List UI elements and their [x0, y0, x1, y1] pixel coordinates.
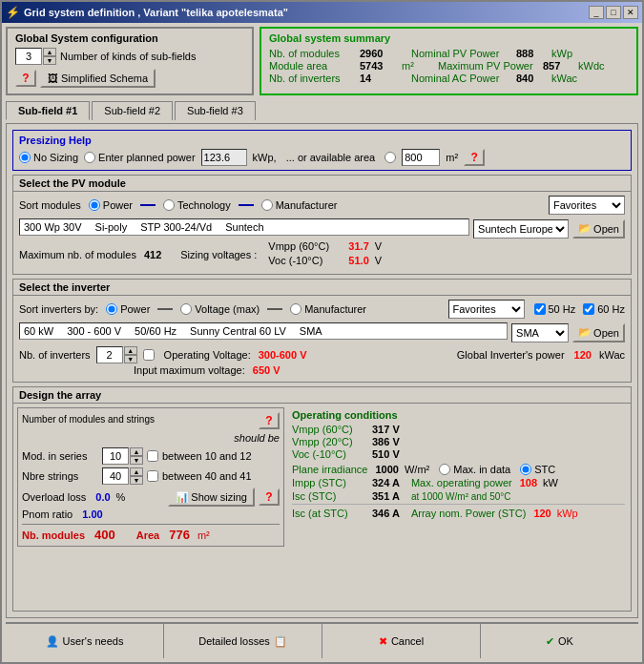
- presizing-radio-row: No Sizing Enter planned power 123.6 kWp,…: [19, 149, 625, 166]
- enter-power-radio-label[interactable]: Enter planned power: [84, 152, 196, 163]
- freq-60-label[interactable]: 60 Hz: [583, 303, 625, 315]
- enter-power-radio[interactable]: [84, 152, 95, 163]
- max-in-data-radio[interactable]: [439, 464, 450, 475]
- users-needs-button[interactable]: 👤 User's needs: [6, 624, 164, 658]
- nbre-strings-range: between 40 and 41: [162, 470, 252, 482]
- nbre-strings-up[interactable]: ▲: [130, 467, 143, 476]
- no-sizing-radio-label[interactable]: No Sizing: [19, 152, 78, 163]
- minimize-button[interactable]: _: [589, 6, 604, 19]
- area-radio-label[interactable]: [384, 152, 396, 163]
- subfields-spinner[interactable]: 3 ▲ ▼: [15, 48, 56, 65]
- pv-module-header: Select the PV module: [13, 176, 631, 192]
- global-inv-power-unit: kWac: [599, 349, 625, 361]
- overload-loss-label: Overload loss: [22, 491, 86, 503]
- detailed-losses-button[interactable]: Detailed losses 📋: [164, 624, 322, 658]
- sort-inverters-label: Sort inverters by:: [19, 303, 98, 315]
- tab-subfield-2[interactable]: Sub-field #2: [92, 101, 173, 120]
- global-inv-power-value: 120: [574, 349, 592, 361]
- vmpp60-row: Vmpp (60°C) 317 V: [292, 424, 625, 435]
- nb-inv-input[interactable]: 2: [96, 346, 123, 363]
- module-region-dropdown[interactable]: Suntech Europe: [473, 219, 569, 239]
- pv-open-button[interactable]: 📂 Open: [572, 219, 625, 239]
- mod-series-up[interactable]: ▲: [130, 447, 143, 456]
- ok-icon: ✔: [546, 635, 554, 648]
- pnom-value: 1.00: [82, 508, 102, 520]
- area-radio[interactable]: [384, 152, 396, 163]
- nbre-strings-down[interactable]: ▼: [130, 476, 143, 485]
- stc-radio-label[interactable]: STC: [520, 464, 555, 475]
- impp-value: 324 A: [372, 477, 400, 488]
- nb-inv-down-arrow[interactable]: ▼: [124, 355, 137, 363]
- maximize-button[interactable]: □: [606, 6, 621, 19]
- stc-radio[interactable]: [520, 464, 531, 475]
- pnom-row: Pnom ratio 1.00: [22, 508, 280, 520]
- detailed-losses-icon: 📋: [274, 635, 287, 648]
- bottom-bar: 👤 User's needs Detailed losses 📋 ✖ Cance…: [6, 622, 638, 658]
- module-model: STP 300-24/Vd: [140, 221, 212, 233]
- array-nom-label: Array nom. Power (STC): [411, 508, 526, 519]
- max-pv-value: 857: [543, 60, 576, 72]
- inv-sort-power-label[interactable]: Power: [106, 303, 150, 315]
- sort-power-radio[interactable]: [89, 199, 100, 211]
- global-summary-title: Global system summary: [269, 32, 629, 44]
- nb-inv-spinner[interactable]: 2 ▲ ▼: [96, 346, 137, 363]
- input-max-v-value: 650 V: [253, 364, 280, 376]
- nbre-strings-checkbox[interactable]: [147, 470, 158, 482]
- nbre-strings-input[interactable]: 40: [102, 467, 129, 485]
- array-design-header: Design the array: [13, 387, 631, 404]
- inv-sort-manufacturer-radio[interactable]: [290, 303, 301, 315]
- input-max-v-label: Input maximum voltage:: [134, 364, 245, 376]
- modules-strings-help-button[interactable]: ?: [259, 412, 280, 429]
- close-button[interactable]: ✕: [623, 6, 638, 19]
- global-help-button[interactable]: ?: [15, 70, 36, 87]
- subfields-down-arrow[interactable]: ▼: [43, 56, 56, 65]
- sort-power-radio-label[interactable]: Power: [89, 199, 133, 211]
- vmpp-unit: V: [375, 240, 382, 252]
- inv-sort-voltage-radio[interactable]: [180, 303, 192, 315]
- pv-module-body: Sort modules Power Technology: [13, 192, 631, 274]
- mod-series-spinner[interactable]: 10 ▲ ▼: [102, 447, 143, 465]
- favorites-dropdown-pv[interactable]: Favorites: [549, 196, 625, 215]
- nominal-ac-unit: kWac: [551, 73, 577, 84]
- mod-series-checkbox[interactable]: [147, 450, 158, 462]
- mod-series-input[interactable]: 10: [102, 447, 129, 465]
- array-design-body: Number of modules and strings ? should b…: [13, 404, 631, 550]
- cancel-button[interactable]: ✖ Cancel: [322, 624, 481, 658]
- pnom-label: Pnom ratio: [22, 508, 73, 520]
- no-sizing-radio[interactable]: [19, 152, 31, 163]
- freq-50-label[interactable]: 50 Hz: [534, 303, 576, 315]
- tab-subfield-3[interactable]: Sub-field #3: [175, 101, 256, 120]
- inv-sort-manufacturer-label[interactable]: Manufacturer: [290, 303, 366, 315]
- max-in-data-radio-label[interactable]: Max. in data: [439, 464, 510, 475]
- presizing-title: Presizing Help: [19, 135, 625, 146]
- favorites-dropdown-inv[interactable]: Favorites: [448, 300, 525, 319]
- inv-sort-power-radio[interactable]: [106, 303, 117, 315]
- sort-manufacturer-radio[interactable]: [261, 199, 273, 211]
- sort-technology-radio[interactable]: [163, 199, 175, 211]
- inv-brand-dropdown[interactable]: SMA: [511, 323, 569, 342]
- ok-button[interactable]: ✔ OK: [481, 624, 638, 658]
- available-area-input[interactable]: 800: [402, 149, 440, 166]
- subfields-input[interactable]: 3: [15, 48, 42, 65]
- nb-inv-up-arrow[interactable]: ▲: [124, 346, 137, 355]
- sort-technology-radio-label[interactable]: Technology: [163, 199, 231, 211]
- simplified-schema-button[interactable]: 🖼 Simplified Schema: [40, 69, 156, 88]
- overload-help-button[interactable]: ?: [259, 488, 280, 506]
- subfields-up-arrow[interactable]: ▲: [43, 48, 56, 56]
- inv-open-button[interactable]: 📂 Open: [572, 323, 625, 342]
- presizing-help-button[interactable]: ?: [464, 149, 485, 166]
- sort-manufacturer-radio-label[interactable]: Manufacturer: [261, 199, 338, 211]
- pv-module-info-row: 300 Wp 30V Si-poly STP 300-24/Vd Suntech…: [19, 218, 625, 239]
- nbre-strings-spinner[interactable]: 40 ▲ ▼: [102, 467, 143, 485]
- chart-icon: 📊: [176, 491, 189, 504]
- planned-power-input[interactable]: 123.6: [201, 149, 247, 166]
- tab-subfield-1[interactable]: Sub-field #1: [6, 101, 90, 120]
- freq-50-checkbox[interactable]: [534, 303, 546, 315]
- show-sizing-button[interactable]: 📊 Show sizing: [168, 488, 255, 507]
- mod-series-down[interactable]: ▼: [130, 456, 143, 465]
- vmpp20-label: Vmpp (20°C): [292, 436, 368, 447]
- mod-series-label: Mod. in series: [22, 450, 98, 462]
- inv-checkbox[interactable]: [143, 349, 155, 361]
- inv-sort-voltage-label[interactable]: Voltage (max): [180, 303, 260, 315]
- freq-60-checkbox[interactable]: [583, 303, 594, 315]
